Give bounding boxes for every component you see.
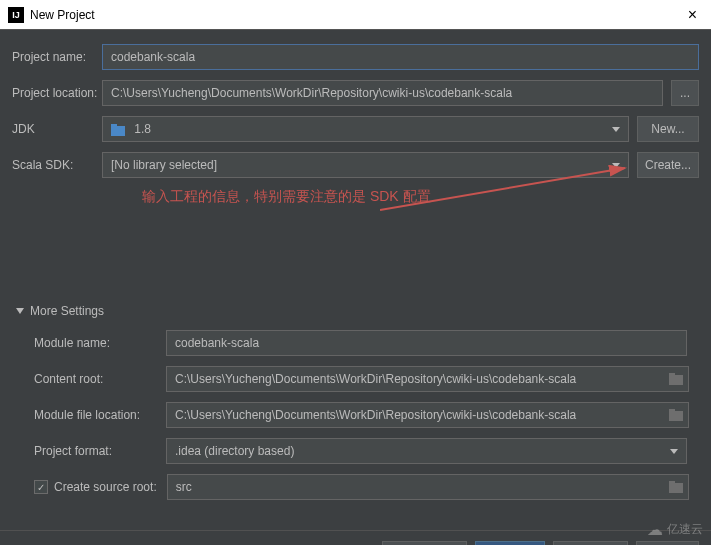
project-location-input[interactable]: [102, 80, 663, 106]
scala-sdk-value: [No library selected]: [111, 158, 217, 172]
create-source-root-checkbox[interactable]: ✓: [34, 480, 48, 494]
project-location-browse-button[interactable]: ...: [671, 80, 699, 106]
svg-rect-8: [669, 481, 675, 485]
project-name-label: Project name:: [12, 50, 102, 64]
check-icon: ✓: [37, 482, 45, 493]
scala-sdk-select[interactable]: [No library selected]: [102, 152, 629, 178]
annotation-text: 输入工程的信息，特别需要注意的是 SDK 配置: [12, 188, 699, 206]
chevron-down-icon: [612, 127, 620, 132]
content-root-input[interactable]: [166, 366, 689, 392]
titlebar: IJ New Project ×: [0, 0, 711, 30]
app-icon: IJ: [8, 7, 24, 23]
previous-button[interactable]: Previous: [382, 541, 467, 545]
project-location-label: Project location:: [12, 86, 102, 100]
close-icon[interactable]: ×: [682, 6, 703, 24]
more-settings-panel: Module name: Content root: Module file l…: [12, 330, 699, 500]
svg-rect-4: [669, 373, 675, 377]
finish-button[interactable]: Finish: [475, 541, 545, 545]
source-root-input[interactable]: [167, 474, 689, 500]
project-name-input[interactable]: [102, 44, 699, 70]
svg-rect-6: [669, 409, 675, 413]
svg-rect-1: [111, 124, 117, 128]
source-root-browse-icon[interactable]: [665, 476, 687, 498]
watermark-text: 亿速云: [667, 521, 703, 538]
chevron-down-icon: [612, 163, 620, 168]
scala-sdk-label: Scala SDK:: [12, 158, 102, 172]
jdk-label: JDK: [12, 122, 102, 136]
module-file-location-label: Module file location:: [34, 408, 166, 422]
chevron-down-icon: [670, 449, 678, 454]
module-name-input[interactable]: [166, 330, 687, 356]
scala-sdk-create-button[interactable]: Create...: [637, 152, 699, 178]
project-format-value: .idea (directory based): [175, 444, 294, 458]
project-format-select[interactable]: .idea (directory based): [166, 438, 687, 464]
help-button[interactable]: Help: [636, 541, 699, 545]
module-file-location-input[interactable]: [166, 402, 689, 428]
project-format-label: Project format:: [34, 444, 166, 458]
jdk-new-button[interactable]: New...: [637, 116, 699, 142]
watermark: ☁ 亿速云: [647, 520, 703, 539]
cancel-button[interactable]: Cancel: [553, 541, 628, 545]
jdk-select[interactable]: 1.8: [102, 116, 629, 142]
cloud-icon: ☁: [647, 520, 663, 539]
content-root-label: Content root:: [34, 372, 166, 386]
button-bar: Previous Finish Cancel Help: [0, 541, 711, 545]
triangle-down-icon: [16, 308, 24, 314]
module-name-label: Module name:: [34, 336, 166, 350]
content-root-browse-icon[interactable]: [665, 368, 687, 390]
create-source-root-label: Create source root:: [54, 480, 157, 494]
separator: [0, 530, 711, 531]
jdk-value: 1.8: [134, 122, 151, 136]
folder-icon: [111, 124, 125, 136]
module-file-location-browse-icon[interactable]: [665, 404, 687, 426]
main-form: Project name: Project location: ... JDK …: [0, 30, 711, 518]
more-settings-label: More Settings: [30, 304, 104, 318]
window-title: New Project: [30, 8, 95, 22]
more-settings-toggle[interactable]: More Settings: [16, 304, 699, 318]
